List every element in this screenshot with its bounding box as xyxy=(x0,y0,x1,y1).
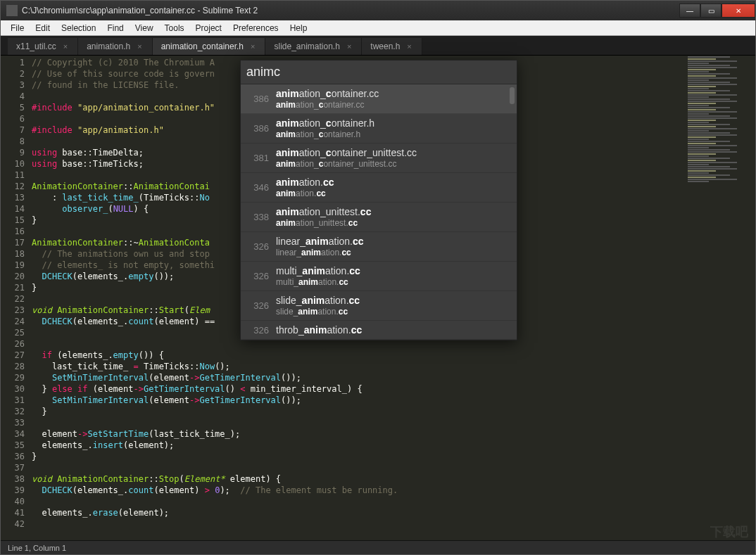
code-line: elements_.insert(element); xyxy=(32,440,685,451)
tab-close-icon[interactable]: × xyxy=(251,42,255,51)
line-number: 23 xyxy=(1,305,32,316)
goto-primary: multi_animation.cc xyxy=(276,265,510,276)
line-number: 26 xyxy=(1,338,32,350)
line-number: 17 xyxy=(1,237,32,248)
line-number: 4 xyxy=(1,91,32,102)
minimize-button[interactable]: — xyxy=(679,4,700,18)
line-number: 24 xyxy=(1,316,32,327)
tab[interactable]: animation_container.h× xyxy=(153,38,266,55)
goto-result-item[interactable]: 326throb_animation.cc xyxy=(241,321,517,340)
goto-result-item[interactable]: 326multi_animation.ccmulti_animation.cc xyxy=(241,262,517,291)
minimap-line xyxy=(688,170,716,172)
goto-result-item[interactable]: 346animation.ccanimation.cc xyxy=(241,173,517,203)
line-number: 42 xyxy=(1,518,32,530)
window-controls: — ▭ ✕ xyxy=(679,4,755,18)
goto-score: 381 xyxy=(248,153,269,163)
goto-result-item[interactable]: 326linear_animation.cclinear_animation.c… xyxy=(241,232,517,262)
minimap[interactable] xyxy=(685,56,755,540)
menu-edit[interactable]: Edit xyxy=(30,22,56,34)
minimap-line xyxy=(688,67,737,68)
tab-close-icon[interactable]: × xyxy=(63,42,68,51)
line-number: 14 xyxy=(1,203,32,215)
goto-text: animation_container.ccanimation_containe… xyxy=(276,88,510,110)
line-number: 20 xyxy=(1,271,32,282)
goto-score: 386 xyxy=(248,123,269,134)
goto-result-item[interactable]: 386animation_container.ccanimation_conta… xyxy=(241,84,517,114)
minimap-line xyxy=(688,139,709,140)
cursor-position: Line 1, Column 1 xyxy=(8,544,66,552)
minimap-line xyxy=(688,94,737,96)
line-number: 10 xyxy=(1,158,32,170)
menu-preferences[interactable]: Preferences xyxy=(227,22,284,34)
line-number: 6 xyxy=(1,113,32,125)
minimap-line xyxy=(688,132,730,134)
tab[interactable]: x11_util.cc× xyxy=(8,38,78,55)
minimap-line xyxy=(688,177,716,178)
line-number: 21 xyxy=(1,282,32,293)
line-number: 18 xyxy=(1,248,32,260)
close-button[interactable]: ✕ xyxy=(722,4,755,18)
goto-text: animation_unittest.ccanimation_unittest.… xyxy=(276,206,510,228)
minimap-line xyxy=(688,96,709,98)
line-number: 39 xyxy=(1,485,32,496)
line-number: 31 xyxy=(1,395,32,406)
menu-tools[interactable]: Tools xyxy=(159,22,190,34)
minimap-line xyxy=(688,130,709,132)
code-line: elements_.erase(element); xyxy=(32,507,685,518)
line-number: 11 xyxy=(1,170,32,181)
minimap-line xyxy=(688,143,716,144)
goto-result-item[interactable]: 338animation_unittest.ccanimation_unitte… xyxy=(241,203,517,232)
tab-close-icon[interactable]: × xyxy=(407,42,411,51)
menu-find[interactable]: Find xyxy=(101,22,129,34)
code-line xyxy=(32,462,685,473)
goto-results: 386animation_container.ccanimation_conta… xyxy=(241,84,517,340)
menu-selection[interactable]: Selection xyxy=(56,22,101,34)
goto-secondary: animation_unittest.cc xyxy=(276,218,510,228)
goto-result-item[interactable]: 381animation_container_unittest.ccanimat… xyxy=(241,143,517,173)
minimap-line xyxy=(688,71,709,72)
minimap-line xyxy=(688,113,709,115)
tab[interactable]: slide_animation.h× xyxy=(265,38,362,55)
goto-secondary: animation_container.h xyxy=(276,129,510,139)
code-line: element->SetStartTime(last_tick_time_); xyxy=(32,428,685,440)
line-number: 8 xyxy=(1,136,32,147)
line-number: 13 xyxy=(1,192,32,203)
line-number: 25 xyxy=(1,327,32,338)
menu-project[interactable]: Project xyxy=(190,22,227,34)
goto-result-item[interactable]: 386animation_container.hanimation_contai… xyxy=(241,114,517,143)
tab[interactable]: tween.h× xyxy=(362,38,422,55)
maximize-icon: ▭ xyxy=(708,7,714,15)
tab-close-icon[interactable]: × xyxy=(347,42,351,51)
minimap-line xyxy=(688,174,730,176)
goto-scrollbar[interactable] xyxy=(510,87,515,104)
goto-anything-popup: 386animation_container.ccanimation_conta… xyxy=(240,60,517,340)
goto-score: 326 xyxy=(248,271,269,281)
line-number: 1 xyxy=(1,57,32,68)
menu-help[interactable]: Help xyxy=(284,22,313,34)
goto-text: throb_animation.cc xyxy=(276,324,510,336)
menu-file[interactable]: File xyxy=(5,22,30,34)
minimap-line xyxy=(688,69,716,70)
line-number: 2 xyxy=(1,68,32,79)
tab[interactable]: animation.h× xyxy=(78,38,152,55)
line-number: 37 xyxy=(1,462,32,473)
minimap-line xyxy=(688,58,716,60)
maximize-button[interactable]: ▭ xyxy=(700,4,722,18)
line-number: 38 xyxy=(1,473,32,485)
code-line xyxy=(32,496,685,507)
menu-view[interactable]: View xyxy=(130,22,159,34)
line-number: 28 xyxy=(1,361,32,372)
minimap-line xyxy=(688,155,709,157)
tab-close-icon[interactable]: × xyxy=(137,42,141,51)
goto-score: 326 xyxy=(248,300,269,311)
title-bar[interactable]: C:\J\chromium\src\app\animation_containe… xyxy=(1,1,755,20)
goto-result-item[interactable]: 326slide_animation.ccslide_animation.cc xyxy=(241,291,517,321)
line-number: 36 xyxy=(1,451,32,462)
goto-secondary: slide_animation.cc xyxy=(276,307,510,317)
minimap-line xyxy=(688,164,709,165)
goto-input[interactable] xyxy=(246,65,511,79)
goto-text: animation_container.hanimation_container… xyxy=(276,117,510,139)
code-line: void AnimationContainer::Stop(Element* e… xyxy=(32,473,685,485)
minimap-line xyxy=(688,122,709,123)
line-number: 41 xyxy=(1,507,32,518)
